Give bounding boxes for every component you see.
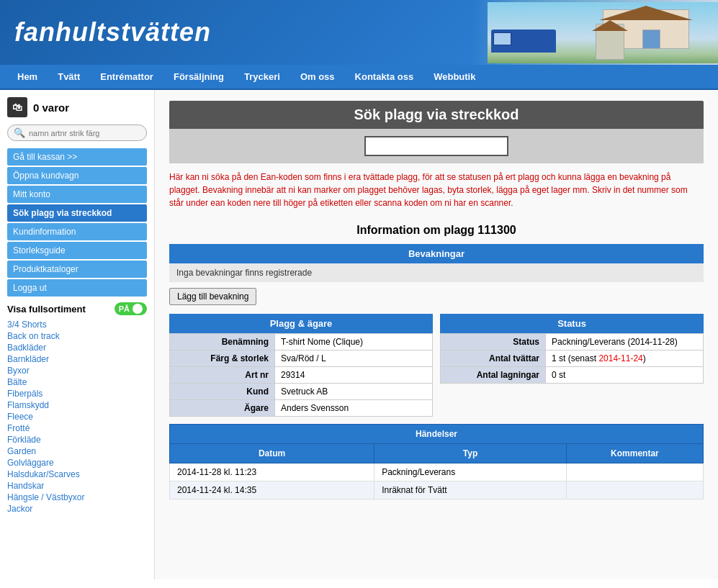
- category-link[interactable]: Bälte: [7, 376, 147, 388]
- cell-typ: Packning/Leverans: [374, 463, 567, 481]
- category-link[interactable]: Halsdukar/Scarves: [7, 469, 147, 480]
- category-link[interactable]: Golvläggare: [7, 457, 147, 469]
- table-col-headers: Datum Typ Kommentar: [170, 444, 704, 463]
- list-item: Fiberpäls: [7, 388, 147, 399]
- plagg-table: Benämning T-shirt Nome (Clique) Färg & s…: [169, 333, 433, 417]
- category-link[interactable]: Back on track: [7, 330, 147, 342]
- category-link[interactable]: Garden: [7, 445, 147, 457]
- table-row: Status Packning/Leverans (2014-11-28): [441, 334, 704, 350]
- field-label: Benämning: [170, 334, 275, 350]
- search-box[interactable]: 🔍: [7, 125, 147, 141]
- field-label: Ägare: [170, 400, 275, 417]
- status-table: Status Packning/Leverans (2014-11-28) An…: [440, 333, 704, 384]
- main-content: Sök plagg via streckkod Här kan ni söka …: [155, 90, 718, 579]
- table-row: Art nr 29314: [170, 367, 433, 384]
- sidebar-barcode-search[interactable]: Sök plagg via streckkod: [7, 204, 147, 222]
- nav-om-oss[interactable]: Om oss: [290, 64, 345, 89]
- barcode-input[interactable]: [364, 136, 508, 156]
- sidebar-open-cart[interactable]: Öppna kundvagn: [7, 167, 147, 184]
- plagg-status-row: Plagg & ägare Benämning T-shirt Nome (Cl…: [169, 314, 704, 417]
- category-link[interactable]: Handskar: [7, 480, 147, 492]
- category-list: 3/4 Shorts Back on track Badkläder Barnk…: [7, 319, 147, 515]
- category-link[interactable]: Flamskydd: [7, 399, 147, 411]
- page-header: fanhultstvätten: [0, 0, 718, 65]
- main-nav: Hem Tvätt Entrémattor Försäljning Trycke…: [0, 65, 718, 90]
- sidebar-size-guide[interactable]: Storleksguide: [7, 242, 147, 259]
- sidebar-customer-info[interactable]: Kundinformation: [7, 223, 147, 240]
- nav-forsaljning[interactable]: Försäljning: [163, 64, 234, 89]
- sidebar-logout[interactable]: Logga ut: [7, 279, 147, 297]
- cell-datum: 2014-11-28 kl. 11:23: [170, 463, 374, 481]
- sidebar-my-account[interactable]: Mitt konto: [7, 186, 147, 203]
- category-link[interactable]: Byxor: [7, 365, 147, 376]
- barcode-description: Här kan ni söka på den Ean-koden som fin…: [169, 167, 704, 213]
- barcode-title: Sök plagg via streckkod: [169, 101, 704, 129]
- table-row: Antal tvättar 1 st (senast 2014-11-24): [441, 350, 704, 367]
- category-link[interactable]: Hängsle / Västbyxor: [7, 492, 147, 503]
- date-link[interactable]: 2014-11-24: [598, 353, 642, 363]
- field-value: 1 st (senast 2014-11-24): [546, 350, 704, 367]
- list-item: Golvläggare: [7, 457, 147, 469]
- field-value: Svetruck AB: [275, 384, 433, 400]
- cell-kommentar: [566, 463, 703, 481]
- table-header-row: Händelser: [170, 425, 704, 444]
- category-link[interactable]: Fleece: [7, 411, 147, 422]
- category-link[interactable]: Barnkläder: [7, 353, 147, 365]
- sidebar-goto-checkout[interactable]: Gå till kassan >>: [7, 148, 147, 166]
- col-typ: Typ: [374, 444, 567, 463]
- list-item: Halsdukar/Scarves: [7, 469, 147, 480]
- list-item: Byxor: [7, 365, 147, 376]
- no-bevakningar: Inga bevakningar finns registrerade: [169, 263, 704, 282]
- cart-summary: 🛍 0 varor: [7, 97, 147, 117]
- search-input[interactable]: [29, 129, 122, 137]
- status-section: Status Status Packning/Leverans (2014-11…: [440, 314, 704, 417]
- field-value: 0 st: [546, 367, 704, 384]
- field-label: Antal lagningar: [441, 367, 546, 384]
- category-link[interactable]: 3/4 Shorts: [7, 319, 147, 330]
- plagg-section: Plagg & ägare Benämning T-shirt Nome (Cl…: [169, 314, 433, 417]
- category-link[interactable]: Jackor: [7, 503, 147, 515]
- info-title: Information om plagg 111300: [169, 224, 704, 237]
- bevakningar-header: Bevakningar: [169, 244, 704, 263]
- search-icon: 🔍: [14, 127, 25, 138]
- field-value: Packning/Leverans (2014-11-28): [546, 334, 704, 350]
- field-value: T-shirt Nome (Clique): [275, 334, 433, 350]
- field-value: Anders Svensson: [275, 400, 433, 417]
- nav-tryckeri[interactable]: Tryckeri: [234, 64, 290, 89]
- table-row: Kund Svetruck AB: [170, 384, 433, 400]
- list-item: 3/4 Shorts: [7, 319, 147, 330]
- list-item: Förkläde: [7, 434, 147, 445]
- list-item: Flamskydd: [7, 399, 147, 411]
- list-item: Badkläder: [7, 342, 147, 353]
- cart-icon: 🛍: [7, 97, 27, 117]
- category-link[interactable]: Frotté: [7, 422, 147, 434]
- nav-webbutik[interactable]: Webbutik: [423, 64, 485, 89]
- fullsortiment-toggle[interactable]: PÅ: [115, 302, 147, 315]
- sidebar-product-catalogs[interactable]: Produktkataloger: [7, 261, 147, 278]
- field-label: Färg & storlek: [170, 350, 275, 367]
- cell-kommentar: [566, 481, 703, 499]
- nav-tvatt[interactable]: Tvätt: [48, 64, 90, 89]
- category-link[interactable]: Förkläde: [7, 434, 147, 445]
- barcode-input-area: [169, 129, 704, 163]
- toggle-dot: [133, 304, 143, 314]
- handelser-table: Händelser Datum Typ Kommentar 2014-11-28…: [169, 424, 704, 499]
- field-label: Status: [441, 334, 546, 350]
- add-bevakning-button[interactable]: Lägg till bevakning: [169, 288, 256, 305]
- field-label: Antal tvättar: [441, 350, 546, 367]
- site-logo: fanhultstvätten: [14, 17, 211, 48]
- list-item: Bälte: [7, 376, 147, 388]
- list-item: Back on track: [7, 330, 147, 342]
- category-link[interactable]: Fiberpäls: [7, 388, 147, 399]
- list-item: Frotté: [7, 422, 147, 434]
- field-label: Kund: [170, 384, 275, 400]
- toggle-label: PÅ: [119, 304, 130, 313]
- category-link[interactable]: Badkläder: [7, 342, 147, 353]
- nav-hem[interactable]: Hem: [7, 64, 48, 89]
- nav-kontakta-oss[interactable]: Kontakta oss: [345, 64, 424, 89]
- nav-entremattor[interactable]: Entrémattor: [90, 64, 163, 89]
- cell-datum: 2014-11-24 kl. 14:35: [170, 481, 374, 499]
- list-item: Hängsle / Västbyxor: [7, 492, 147, 503]
- barcode-search-section: Sök plagg via streckkod Här kan ni söka …: [169, 101, 704, 213]
- field-value: 29314: [275, 367, 433, 384]
